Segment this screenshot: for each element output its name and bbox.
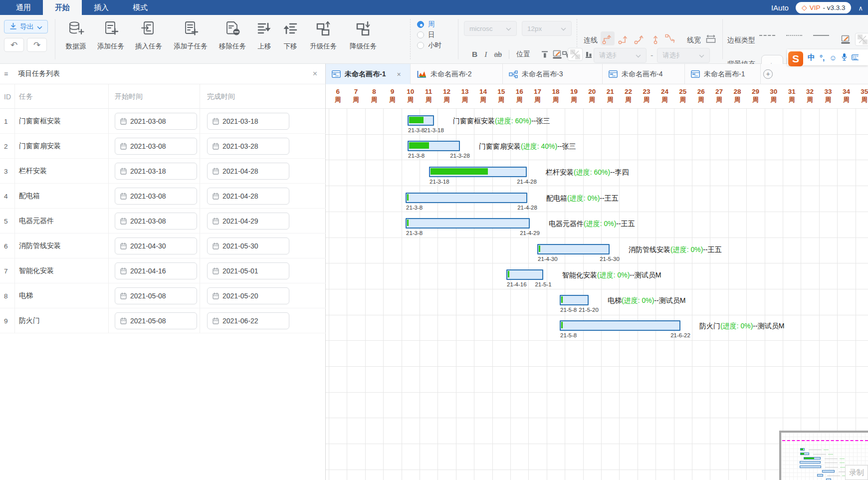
- grid-line: [326, 418, 868, 418]
- end-date-input[interactable]: 2021-03-18: [207, 113, 289, 130]
- end-date-input[interactable]: 2021-04-28: [207, 163, 289, 180]
- menu-tab-2[interactable]: 开始: [43, 0, 82, 15]
- gantt-bar-task-8[interactable]: [560, 295, 589, 305]
- ime-lang-toggle[interactable]: 中: [808, 53, 815, 62]
- calendar-icon: [213, 267, 219, 274]
- gantt-bar-task-1[interactable]: [408, 115, 434, 126]
- end-date-input[interactable]: 2021-03-28: [207, 138, 289, 155]
- connector-style-4-icon[interactable]: [649, 31, 662, 45]
- connector-start-select[interactable]: 请选择: [594, 48, 647, 63]
- timescale-radio-周[interactable]: 周: [417, 20, 441, 29]
- 添加任务-button[interactable]: 添加任务: [92, 19, 130, 54]
- bar-annotation: 配电箱(进度: 0%)--王五: [546, 194, 619, 203]
- 升级任务-button[interactable]: 升级任务: [303, 19, 343, 54]
- end-date-input[interactable]: 2021-04-29: [207, 213, 289, 230]
- canvas-tab-1[interactable]: 未命名画布-1×: [326, 64, 411, 84]
- 添加子任务-button[interactable]: 添加子任务: [168, 19, 214, 54]
- grid-line: [326, 212, 868, 212]
- border-transparent-icon[interactable]: [855, 33, 868, 46]
- start-date-value: 2021-03-08: [130, 142, 166, 150]
- redo-button[interactable]: ↷: [27, 38, 47, 52]
- border-color-edit-icon[interactable]: [838, 33, 853, 46]
- add-canvas-button[interactable]: +: [763, 69, 773, 79]
- sogou-logo-icon[interactable]: S: [788, 51, 803, 66]
- end-date-input[interactable]: 2021-06-22: [207, 312, 289, 329]
- export-button[interactable]: 导出: [4, 20, 48, 33]
- canvas-tab-5[interactable]: 未命名画布-1: [685, 64, 761, 84]
- start-date-input[interactable]: 2021-05-08: [115, 287, 197, 304]
- divider: [458, 19, 458, 59]
- week-header: 26周: [697, 88, 705, 104]
- 移除任务-button[interactable]: 移除任务: [214, 19, 251, 54]
- smiley-icon[interactable]: ☺: [829, 53, 837, 62]
- transparent-fill-icon[interactable]: [568, 48, 583, 61]
- gantt-bar-task-7[interactable]: [506, 269, 543, 280]
- end-date-input[interactable]: 2021-05-01: [207, 262, 289, 279]
- collapse-ribbon-icon[interactable]: ∧: [858, 4, 863, 12]
- canvas-tab-2[interactable]: 未命名画布-2: [411, 64, 503, 84]
- 上移-button[interactable]: 上移: [251, 19, 277, 54]
- connector-style-1-icon[interactable]: [601, 31, 615, 45]
- gantt-bar-task-4[interactable]: [406, 193, 527, 203]
- menu-tab-1[interactable]: 通用: [4, 0, 43, 15]
- timescale-radio-日[interactable]: 日: [417, 30, 441, 39]
- calendar-icon: [120, 242, 127, 249]
- end-date-input[interactable]: 2021-05-20: [207, 287, 289, 304]
- gantt-bar-task-5[interactable]: [406, 218, 530, 229]
- gantt-bar-task-6[interactable]: [537, 244, 610, 254]
- start-date-input[interactable]: 2021-04-16: [115, 262, 197, 279]
- week-number: 35: [861, 88, 868, 96]
- 下移-button[interactable]: 下移: [277, 19, 303, 54]
- 数据源-button[interactable]: 数据源: [60, 19, 92, 54]
- task-id: 7: [4, 258, 8, 283]
- minimap-bar: [800, 448, 805, 451]
- menu-tab-3[interactable]: 插入: [82, 0, 121, 15]
- connector-style-3-icon[interactable]: [633, 31, 647, 45]
- keyboard-icon[interactable]: [852, 53, 859, 62]
- start-date-input[interactable]: 2021-03-08: [115, 188, 197, 205]
- ime-punct-toggle[interactable]: °,: [820, 53, 825, 62]
- gantt-bar-task-2[interactable]: [408, 141, 460, 151]
- start-date-input[interactable]: 2021-05-08: [115, 312, 197, 329]
- start-date-input[interactable]: 2021-03-08: [115, 138, 197, 155]
- connector-style-2-icon[interactable]: [617, 31, 631, 45]
- start-date-input[interactable]: 2021-04-30: [115, 238, 197, 254]
- canvas-tab-4[interactable]: 未命名画布-4: [603, 64, 685, 84]
- connector-end-select[interactable]: 请选择: [657, 48, 710, 63]
- end-date-input[interactable]: 2021-04-28: [207, 188, 289, 205]
- end-date-input[interactable]: 2021-05-30: [207, 238, 289, 254]
- panel-close-icon[interactable]: ×: [313, 69, 317, 78]
- start-date-input[interactable]: 2021-03-18: [115, 163, 197, 180]
- italic-button[interactable]: I: [484, 50, 487, 59]
- font-size-select[interactable]: 12px: [522, 21, 572, 36]
- solid-line-option[interactable]: [813, 35, 829, 36]
- undo-button[interactable]: ↶: [4, 38, 24, 52]
- start-date-value: 2021-05-08: [130, 292, 166, 300]
- start-date-input[interactable]: 2021-03-08: [115, 113, 197, 130]
- calendar-icon: [213, 317, 219, 324]
- 降级任务-button[interactable]: 降级任务: [343, 19, 383, 54]
- gantt-bar-task-9[interactable]: [560, 320, 680, 331]
- gantt-bar-task-3[interactable]: [429, 167, 527, 177]
- font-family-select[interactable]: microsc: [464, 21, 517, 36]
- timescale-radio-小时[interactable]: 小时: [417, 41, 441, 50]
- strikethrough-button[interactable]: ab: [494, 50, 502, 58]
- connector-style-5-icon[interactable]: [664, 31, 678, 45]
- line-width-icon[interactable]: [704, 34, 717, 46]
- gantt-canvas[interactable]: 6周7周8周9周10周11周12周13周14周15周16周17周18周19周20…: [326, 84, 868, 480]
- dotted-line-option[interactable]: [786, 35, 802, 36]
- dashed-line-option[interactable]: [759, 35, 775, 36]
- canvas-tab-3[interactable]: 未命名画布-3: [503, 64, 603, 84]
- tab-close-icon[interactable]: ×: [397, 70, 401, 78]
- start-date-input[interactable]: 2021-03-08: [115, 213, 197, 230]
- bold-button[interactable]: B: [472, 50, 477, 59]
- line-color-edit-icon[interactable]: [550, 48, 565, 61]
- grid-line: [365, 108, 366, 480]
- mic-icon[interactable]: [842, 53, 847, 62]
- menu-tab-4[interactable]: 模式: [121, 0, 160, 15]
- task-name: 门窗窗框安装: [19, 109, 61, 134]
- calendar-icon: [120, 168, 127, 175]
- bar-end-date: 21-3-28: [450, 153, 470, 159]
- 插入任务-button[interactable]: 插入任务: [130, 19, 168, 54]
- vip-badge[interactable]: ◇ VIP - v3.3.3: [796, 2, 852, 13]
